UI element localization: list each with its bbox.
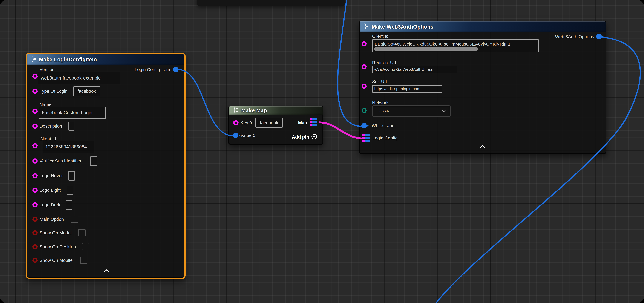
show-on-desktop-checkbox[interactable] <box>82 243 89 250</box>
node-header[interactable]: Make Web3AuthOptions <box>360 21 606 32</box>
node-make-loginconfigitem[interactable]: Make LoginConfigItem Login Config Item V… <box>26 53 186 279</box>
pin-show-on-mobile[interactable] <box>32 258 38 263</box>
sdk-url-input[interactable]: https://sdk.openlogin.com <box>372 85 442 92</box>
pin-label-value-0: Value 0 <box>240 133 256 138</box>
node-header[interactable]: Make LoginConfigItem <box>27 54 184 65</box>
pin-sdk-url[interactable] <box>362 84 367 89</box>
pin-show-on-modal[interactable] <box>32 230 38 235</box>
wire-top-to-white-label <box>338 0 362 126</box>
pin-key-0[interactable] <box>233 120 238 125</box>
pin-label-logo-light: Logo Light <box>40 188 60 193</box>
pin-white-label[interactable] <box>362 123 367 128</box>
pin-client-id[interactable] <box>32 143 38 148</box>
make-struct-icon <box>30 56 37 63</box>
pin-main-option[interactable] <box>32 217 38 222</box>
pin-description[interactable] <box>32 124 38 129</box>
offscreen-node-edge <box>197 0 345 6</box>
pin-out-map[interactable] <box>310 118 317 126</box>
pin-label-client-id: Client Id <box>372 34 388 39</box>
pin-logo-hover[interactable] <box>32 173 38 178</box>
pin-login-config[interactable] <box>362 134 370 142</box>
client-id-input[interactable]: BEglQSgt4cUWcj6SKRdu5QkOXTsePmMcusG5EAoy… <box>372 40 539 52</box>
make-struct-icon <box>363 23 370 30</box>
pin-label-redirect-url: Redirect Url <box>372 60 396 66</box>
pin-label-login-config: Login Config <box>372 135 398 141</box>
pin-label-key-0: Key 0 <box>240 120 252 126</box>
node-make-map[interactable]: Make Map Key 0 facebook Map Value 0 Add … <box>228 106 323 145</box>
key-0-input[interactable]: facebook <box>256 118 283 128</box>
pin-redirect-url[interactable] <box>362 64 367 69</box>
pin-type-of-login[interactable] <box>32 89 38 94</box>
pin-logo-dark[interactable] <box>32 202 38 208</box>
pin-label-show-on-modal: Show On Modal <box>40 230 72 236</box>
pin-logo-light[interactable] <box>32 188 38 193</box>
pin-label-white-label: White Label <box>372 123 395 128</box>
add-pin-icon[interactable] <box>311 134 317 140</box>
pin-label-name: Name <box>40 102 52 107</box>
pin-label-sdk-url: Sdk Url <box>372 79 387 84</box>
logo-dark-input[interactable] <box>66 200 72 210</box>
node-title: Make LoginConfigItem <box>39 56 97 62</box>
network-selected-value: CYAN <box>380 109 390 113</box>
pin-label-network: Network <box>372 100 388 105</box>
pin-label-description: Description <box>40 124 62 129</box>
show-on-mobile-checkbox[interactable] <box>80 256 87 264</box>
pin-label-login-config-item: Login Config Item <box>132 67 170 72</box>
pin-label-web3auth-options: Web 3Auth Options <box>544 34 594 40</box>
pin-network[interactable] <box>362 108 367 113</box>
pin-label-verifier-sub-identifier: Verifier Sub Identifier <box>40 158 81 164</box>
add-pin-button[interactable]: Add pin <box>292 134 309 140</box>
show-on-modal-checkbox[interactable] <box>78 229 86 236</box>
pin-label-map: Map <box>292 120 307 126</box>
make-map-icon <box>232 107 239 114</box>
pin-label-logo-hover: Logo Hover <box>40 173 63 178</box>
pin-label-show-on-desktop: Show On Desktop <box>40 244 76 250</box>
chevron-down-icon <box>442 109 446 113</box>
pin-name[interactable] <box>32 109 38 114</box>
description-input[interactable] <box>68 122 74 130</box>
main-option-checkbox[interactable] <box>71 216 78 223</box>
name-input[interactable]: Facebook Custom Login <box>39 106 106 119</box>
collapse-chevron-icon[interactable] <box>104 269 109 273</box>
pin-value-0[interactable] <box>233 133 238 138</box>
pin-verifier-sub-identifier[interactable] <box>32 158 38 164</box>
collapse-chevron-icon[interactable] <box>480 145 485 149</box>
wire-map-to-login-config <box>319 122 362 138</box>
pin-show-on-desktop[interactable] <box>32 244 38 249</box>
verifier-input[interactable]: web3auth-facebook-example <box>38 72 120 84</box>
blueprint-graph-canvas[interactable]: Make LoginConfigItem Login Config Item V… <box>0 0 644 303</box>
pin-client-id[interactable] <box>362 41 367 46</box>
client-id-scrollbar[interactable] <box>374 47 478 51</box>
pin-out-login-config-item[interactable] <box>173 67 178 72</box>
pin-label-logo-dark: Logo Dark <box>40 202 60 208</box>
pin-out-web3auth-options[interactable] <box>596 34 602 39</box>
type-of-login-input[interactable]: facebook <box>73 86 100 96</box>
pin-label-main-option: Main Option <box>40 216 64 222</box>
verifier-sub-identifier-input[interactable] <box>90 156 97 166</box>
wire-login-config-item-to-value-0 <box>178 70 233 136</box>
pin-label-show-on-mobile: Show On Mobile <box>40 258 72 263</box>
redirect-url-input[interactable]: w3a://com.w3a.Web3AuthUnreal <box>372 66 458 73</box>
pin-label-type-of-login: Type Of Login <box>40 88 68 94</box>
pin-verifier[interactable] <box>32 74 38 79</box>
node-title: Make Web3AuthOptions <box>372 24 434 30</box>
client-id-input[interactable]: 1222658941886084 <box>42 141 94 153</box>
pin-label-verifier: Verifier <box>40 67 54 72</box>
node-header[interactable]: Make Map <box>229 106 323 115</box>
node-title: Make Map <box>241 108 267 114</box>
network-dropdown[interactable]: CYAN <box>372 105 450 117</box>
logo-hover-input[interactable] <box>68 171 75 180</box>
client-id-value: BEglQSgt4cUWcj6SKRdu5QkOXTsePmMcusG5EAoy… <box>374 42 512 46</box>
node-make-web3authoptions[interactable]: Make Web3AuthOptions Web 3Auth Options C… <box>359 20 606 154</box>
logo-light-input[interactable] <box>67 186 73 195</box>
